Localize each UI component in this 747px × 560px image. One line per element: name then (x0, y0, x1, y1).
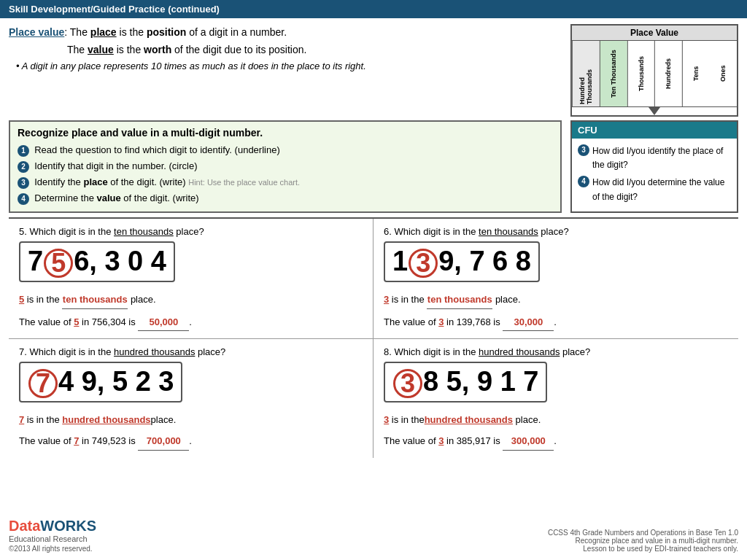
recognize-title: Recognize place and value in a multi-dig… (18, 127, 553, 139)
dataworks-logo: DataWORKS Educational Research ©2013 All… (9, 518, 96, 553)
q8-place-label: hundred thousands (479, 346, 560, 357)
step-4: 4 Determine the value of the digit. (wri… (18, 190, 553, 206)
question-7: 7. Which digit is in the hundred thousan… (9, 339, 374, 458)
step-1: 1 Read the question to find which digit … (18, 142, 553, 158)
q5-number-display: 756, 3 0 4 (19, 241, 175, 282)
q8-answer-line2: The value of 3 in 385,917 is 300,000. (384, 432, 728, 450)
pv-chart-title: Place Value (572, 26, 737, 41)
q8-answer-line1: 3 is in thehundred thousands place. (384, 411, 728, 428)
q6-circled: 3 (409, 249, 438, 278)
q7-value-digit: 7 (74, 435, 79, 446)
cfu-item-4: 4 How did I/you determine the value of t… (578, 176, 731, 203)
pv-col-tens: Tens (682, 41, 710, 106)
q6-answer-place-blank: ten thousands (427, 291, 492, 308)
q5-value-blank: 50,000 (138, 314, 189, 331)
pv-arrow (649, 107, 660, 115)
cfu-box: CFU 3 How did I/you identify the place o… (570, 120, 738, 213)
q8-value-blank: 300,000 (503, 432, 554, 450)
cfu-title: CFU (572, 122, 737, 139)
pv-col-hundred-thousands: Hundred Thousands (572, 41, 600, 106)
q8-label: 8. Which digit is in the hundred thousan… (384, 346, 728, 357)
question-5: 5. Which digit is in the ten thousands p… (9, 219, 374, 339)
logo-data: Data (9, 518, 40, 534)
q5-answer-line1: 5 is in the ten thousands place. (19, 291, 363, 308)
q6-answer-digit: 3 (384, 294, 389, 305)
q8-circled: 3 (393, 369, 422, 398)
q7-answer-line1: 7 is in the hundred thousandsplace. (19, 411, 363, 428)
q7-number-display: 74 9, 5 2 3 (19, 362, 182, 402)
q7-answer-digit: 7 (19, 414, 24, 425)
q7-place-label: hundred thousands (114, 346, 195, 357)
q8-answer-place: hundred thousands (425, 414, 513, 425)
logo-subtitle: Educational Research (9, 534, 96, 543)
questions-grid: 5. Which digit is in the ten thousands p… (9, 217, 738, 458)
q6-answer-line2: The value of 3 in 139,768 is 30,000. (384, 314, 728, 331)
q7-circled: 7 (28, 369, 58, 398)
step-3: 3 Identify the place of the digit. (writ… (18, 174, 553, 190)
q6-answer-line1: 3 is in the ten thousands place. (384, 291, 728, 308)
pv-col-ones: Ones (710, 41, 737, 106)
q6-place-label: ten thousands (479, 226, 538, 237)
bullet-line: A digit in any place represents 10 times… (16, 61, 562, 71)
q5-answer-digit: 5 (19, 294, 24, 305)
step-2: 2 Identify that digit in the number. (ci… (18, 158, 553, 174)
pv-col-thousands: Thousands (627, 41, 655, 106)
cfu-item-3: 3 How did I/you identify the place of th… (578, 144, 731, 172)
footer: DataWORKS Educational Research ©2013 All… (0, 518, 747, 553)
q6-number-display: 139, 7 6 8 (384, 241, 540, 282)
q5-value-digit: 5 (74, 316, 79, 327)
recognize-box: Recognize place and value in a multi-dig… (9, 120, 562, 213)
copyright: ©2013 All rights reserved. (9, 545, 96, 553)
q5-answer-place-blank: ten thousands (62, 291, 128, 308)
q5-place-label: ten thousands (114, 226, 174, 237)
place-value-intro: Place value: The place is the position o… (9, 24, 562, 58)
header-title: Skill Development/Guided Practice (conti… (9, 4, 220, 15)
pv-col-ten-thousands: Ten Thousands (600, 41, 627, 106)
question-8: 8. Which digit is in the hundred thousan… (374, 339, 738, 458)
q7-label: 7. Which digit is in the hundred thousan… (19, 346, 363, 357)
q8-answer-digit: 3 (384, 414, 389, 425)
cfu-content: 3 How did I/you identify the place of th… (572, 139, 737, 210)
q6-value-blank: 30,000 (503, 314, 554, 331)
q8-number-display: 38 5, 9 1 7 (384, 362, 547, 402)
q7-answer-place: hundred thousands (62, 414, 150, 425)
q7-value-blank: 700,000 (138, 432, 189, 450)
footer-right: CCSS 4th Grade Numbers and Operations in… (548, 529, 738, 553)
q6-label: 6. Which digit is in the ten thousands p… (384, 226, 728, 237)
q8-value-digit: 3 (438, 435, 444, 446)
q5-label: 5. Which digit is in the ten thousands p… (19, 226, 363, 237)
header-bar: Skill Development/Guided Practice (conti… (0, 0, 747, 18)
q5-answer-line2: The value of 5 in 756,304 is 50,000. (19, 314, 363, 331)
pv-col-hundreds: Hundreds (654, 41, 682, 106)
place-value-chart: Place Value Hundred Thousands Ten Thousa… (570, 24, 738, 117)
pv-arrow-row (572, 106, 737, 115)
step-list: 1 Read the question to find which digit … (18, 142, 553, 206)
q6-value-digit: 3 (438, 316, 444, 327)
q5-circled: 5 (44, 249, 73, 278)
logo-works: WORKS (40, 518, 96, 534)
question-6: 6. Which digit is in the ten thousands p… (374, 219, 738, 339)
q7-answer-line2: The value of 7 in 749,523 is 700,000. (19, 432, 363, 450)
pv-title: Place value (9, 26, 64, 38)
